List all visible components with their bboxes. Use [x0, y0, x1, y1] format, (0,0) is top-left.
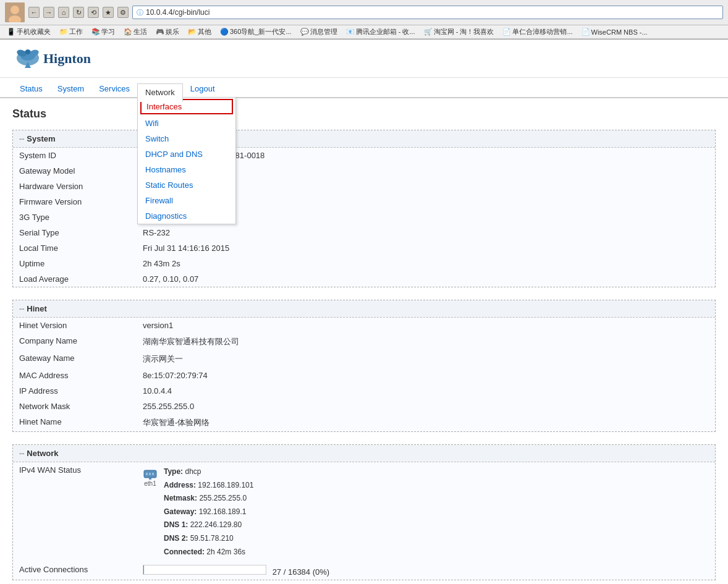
nav-item-system[interactable]: System: [50, 80, 91, 97]
field-value: 湖南华宸智通科技有限公司: [137, 333, 715, 350]
table-row: Gateway Name 演示网关一: [13, 350, 715, 368]
bookmark-button[interactable]: ★: [103, 7, 114, 18]
svg-rect-12: [152, 473, 154, 475]
dropdown-item-firewall[interactable]: Firewall: [138, 193, 235, 208]
network-info-table: IPv4 WAN Status: [13, 462, 715, 580]
table-row: Serial Type RS-232: [13, 225, 715, 240]
field-label: Hinet Name: [13, 414, 137, 431]
svg-rect-11: [149, 473, 151, 475]
bookmark-item[interactable]: 📄 单仁合漳移动营销...: [499, 27, 575, 37]
active-connections-label: Active Connections: [13, 562, 137, 580]
bookmark-item[interactable]: 🏠 生活: [121, 27, 150, 37]
forward-button[interactable]: →: [43, 7, 54, 18]
field-label: System ID: [13, 148, 137, 163]
bookmark-item[interactable]: 📄 WiseCRM NBS -...: [578, 27, 651, 36]
network-section-title: Network: [13, 445, 715, 462]
progress-bar: [143, 565, 266, 575]
history-button[interactable]: ⟲: [88, 7, 99, 18]
browser-toolbar: ← → ⌂ ↻ ⟲ ★ ⚙ ⓘ 10.0.4.4/cgi-bin/luci: [0, 0, 728, 25]
system-section: System System ID H120-1507-1511-3505-698…: [12, 130, 716, 287]
nav-item-logout[interactable]: Logout: [183, 80, 222, 97]
logo: Hignton: [12, 44, 91, 72]
bookmarks-bar: 📱 手机收藏夹 📁 工作 📚 学习 🏠 生活 🎮 娱乐 📂 其他 🔵 360导航…: [0, 25, 728, 39]
bookmark-item[interactable]: 🎮 娱乐: [153, 27, 182, 37]
system-section-title: System: [13, 130, 715, 148]
tools-button[interactable]: ⚙: [117, 7, 129, 18]
bookmark-item[interactable]: 📚 学习: [88, 27, 118, 37]
system-info-table: System ID H120-1507-1511-3505-6981-0018 …: [13, 148, 715, 287]
bookmark-item[interactable]: 🔵 360导航_新一代安...: [217, 27, 295, 37]
dropdown-item-diagnostics[interactable]: Diagnostics: [138, 208, 235, 224]
back-button[interactable]: ←: [28, 7, 40, 18]
field-value: 10.0.4.4: [137, 383, 715, 399]
wan-label: IPv4 WAN Status: [13, 462, 137, 562]
url-text: 10.0.4.4/cgi-bin/luci: [146, 8, 210, 17]
nav-item-status[interactable]: Status: [12, 80, 50, 97]
field-label: 3G Type: [13, 209, 137, 225]
field-value: RS-232: [137, 225, 715, 240]
nav-item-network[interactable]: Network: [137, 83, 183, 102]
field-label: Load Average: [13, 271, 137, 287]
dropdown-item-dhcp[interactable]: DHCP and DNS: [138, 146, 235, 162]
table-row: Hardware Version v1.0: [13, 179, 715, 194]
table-row: Uptime 2h 43m 2s: [13, 256, 715, 271]
table-row: Network Mask 255.255.255.0: [13, 399, 715, 414]
hinet-section: Hinet Hinet Version version1 Company Nam…: [12, 300, 716, 432]
app-header: Hignton: [0, 40, 728, 78]
dropdown-item-static-routes[interactable]: Static Routes: [138, 177, 235, 193]
table-row: Load Average 0.27, 0.10, 0.07: [13, 271, 715, 287]
field-label: Firmware Version: [13, 194, 137, 209]
hinet-section-title: Hinet: [13, 300, 715, 318]
dropdown-item-switch[interactable]: Switch: [138, 131, 235, 146]
svg-point-7: [25, 49, 30, 54]
nav-item-services[interactable]: Services: [91, 80, 137, 97]
svg-point-1: [11, 6, 19, 14]
table-row: IPv4 WAN Status: [13, 462, 715, 562]
nav-bar: Status System Services Network Interface…: [0, 78, 728, 98]
field-label: Serial Type: [13, 225, 137, 240]
field-label: Hardware Version: [13, 179, 137, 194]
bookmark-item[interactable]: 💬 消息管理: [297, 27, 341, 37]
field-label: MAC Address: [13, 368, 137, 383]
url-bar[interactable]: ⓘ 10.0.4.4/cgi-bin/luci: [132, 6, 723, 19]
field-label: Network Mask: [13, 399, 137, 414]
wan-status-details: Type: dhcp Address: 192.168.189.101 Netm…: [164, 465, 253, 559]
main-content: Status System System ID H120-1507-1511-3…: [0, 98, 728, 584]
bookmark-item[interactable]: 📧 腾讯企业邮箱 - 收...: [343, 27, 418, 37]
table-row: Firmware Version v2.1: [13, 194, 715, 209]
field-value: 0.27, 0.10, 0.07: [137, 271, 715, 287]
page-title: Status: [12, 104, 716, 124]
browser-avatar: [5, 2, 25, 22]
bookmark-item[interactable]: 📱 手机收藏夹: [4, 27, 54, 37]
dropdown-item-hostnames[interactable]: Hostnames: [138, 162, 235, 177]
table-row: Company Name 湖南华宸智通科技有限公司: [13, 333, 715, 350]
table-row: Hinet Version version1: [13, 318, 715, 333]
field-label: Company Name: [13, 333, 137, 350]
table-row: Hinet Name 华宸智通-体验网络: [13, 414, 715, 431]
logo-text: Hignton: [43, 51, 91, 67]
svg-rect-13: [149, 478, 151, 480]
wan-details: eth1 Type: dhcp Address: 192.168.189.101…: [137, 462, 715, 562]
table-row: 3G Type NONE: [13, 209, 715, 225]
table-row: IP Address 10.0.4.4: [13, 383, 715, 399]
hinet-info-table: Hinet Version version1 Company Name 湖南华宸…: [13, 318, 715, 431]
field-label: Local Time: [13, 240, 137, 256]
reload-button[interactable]: ↻: [73, 7, 84, 18]
field-label: IP Address: [13, 383, 137, 399]
nav-network-wrapper: Network Interfaces Wifi Switch DHCP and …: [137, 88, 183, 97]
table-row: Gateway Model Hinet M101N: [13, 163, 715, 179]
home-button[interactable]: ⌂: [58, 7, 69, 18]
bookmark-item[interactable]: 🛒 淘宝网 - 淘！我喜欢: [421, 27, 497, 37]
field-value: 8e:15:07:20:79:74: [137, 368, 715, 383]
dropdown-item-wifi[interactable]: Wifi: [138, 116, 235, 131]
browser-chrome: ← → ⌂ ↻ ⟲ ★ ⚙ ⓘ 10.0.4.4/cgi-bin/luci 📱 …: [0, 0, 728, 40]
field-label: Hinet Version: [13, 318, 137, 333]
bookmark-item[interactable]: 📂 其他: [185, 27, 214, 37]
svg-rect-10: [146, 473, 148, 475]
field-value: 华宸智通-体验网络: [137, 414, 715, 431]
url-secure-icon: ⓘ: [137, 8, 143, 17]
field-value: Fri Jul 31 14:16:16 2015: [137, 240, 715, 256]
eth-icon: eth1: [143, 468, 158, 487]
app-container: Hignton Status System Services Network I…: [0, 40, 728, 584]
bookmark-item[interactable]: 📁 工作: [56, 27, 86, 37]
